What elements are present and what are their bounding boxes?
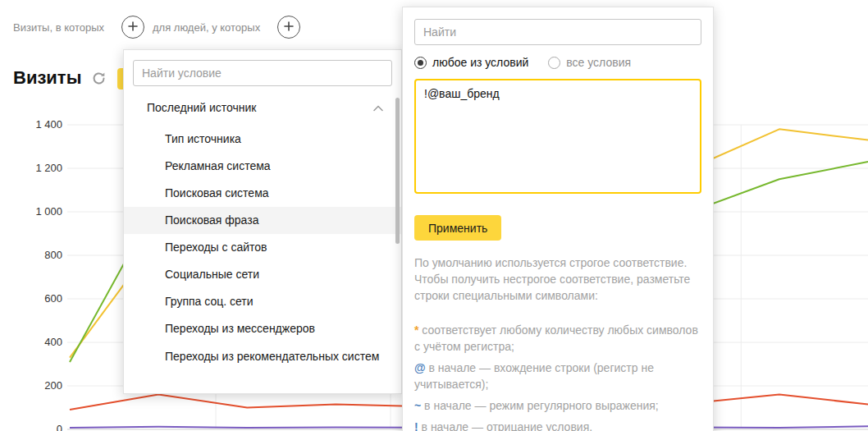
plus-icon [128,21,138,34]
condition-item-ad-system[interactable]: Рекламная система [124,153,401,180]
radio-label: любое из условий [432,56,528,69]
y-axis-label: 800 [0,248,62,263]
condition-item-social-group[interactable]: Группа соц. сети [124,288,401,315]
plus-icon [284,21,294,34]
rule-text: в начале — вхождение строки (регистр не … [414,361,654,391]
value-search-input[interactable] [414,19,701,45]
add-people-condition-button[interactable] [277,16,300,39]
condition-item-site-referrals[interactable]: Переходы с сайтов [124,234,401,261]
condition-item-search-engine[interactable]: Поисковая система [124,180,401,207]
exclamation-symbol: ! [414,420,418,431]
condition-list: Тип источника Рекламная система Поискова… [124,126,401,370]
rule-asterisk: * соответствует любому количеству любых … [414,322,701,355]
radio-label: все условия [566,56,631,69]
rule-text: соответствует любому количеству любых си… [414,323,698,353]
page-title: Визиты [13,67,81,89]
condition-picker-popup: Последний источник Тип источника Рекламн… [123,49,402,394]
y-axis-label: 1 000 [0,204,62,219]
y-axis-label: 600 [0,291,62,306]
condition-search-input[interactable] [133,60,392,86]
y-axis-label: 200 [0,378,62,393]
tilde-symbol: ~ [414,399,421,412]
conditions-textarea[interactable]: !@ваш_бренд [414,79,701,194]
match-mode-radios: любое из условий все условия [414,56,701,69]
rule-text: в начале — режим регулярного выражения; [424,399,659,412]
rule-text: в начале — отрицание условия. [422,420,593,431]
condition-item-search-phrase[interactable]: Поисковая фраза [124,207,401,234]
visits-condition-label: Визиты, в которых [13,21,104,34]
rule-exclamation: ! в начале — отрицание условия. [414,419,701,431]
condition-item-recommendation-systems[interactable]: Переходы из рекомендательных систем [124,342,401,370]
chevron-up-icon [373,100,383,115]
radio-any-condition[interactable]: любое из условий [414,56,528,69]
condition-item-social-networks[interactable]: Социальные сети [124,261,401,288]
radio-icon [548,57,560,69]
group-label: Последний источник [147,101,256,114]
condition-item-messengers[interactable]: Переходы из мессенджеров [124,315,401,342]
at-symbol: @ [414,361,426,374]
radio-icon [414,57,427,69]
people-condition-label: для людей, у которых [153,21,260,34]
radio-all-conditions[interactable]: все условия [548,56,631,69]
asterisk-symbol: * [414,323,418,337]
syntax-rules: * соответствует любому количеству любых … [414,322,701,431]
add-visit-condition-button[interactable] [121,16,144,39]
apply-button[interactable]: Применить [414,215,501,241]
y-axis-label: 0 [0,422,62,431]
group-last-source[interactable]: Последний источник [124,93,401,122]
condition-value-popup: любое из условий все условия !@ваш_бренд… [402,7,714,431]
y-axis-label: 400 [0,335,62,350]
y-axis-label: 1 200 [0,161,62,176]
refresh-icon[interactable] [92,71,106,89]
yandex-metrica-app: 1 400 1 200 1 000 800 600 400 200 0 Визи… [0,0,868,431]
rule-at-sign: @ в начале — вхождение строки (регистр н… [414,360,701,392]
condition-item-source-type[interactable]: Тип источника [124,126,401,153]
y-axis-label: 1 400 [0,117,62,132]
help-intro-text: По умолчанию используется строгое соотве… [414,254,701,304]
scrollbar-thumb[interactable] [395,98,400,244]
rule-tilde: ~ в начале — режим регулярного выражения… [414,397,701,414]
